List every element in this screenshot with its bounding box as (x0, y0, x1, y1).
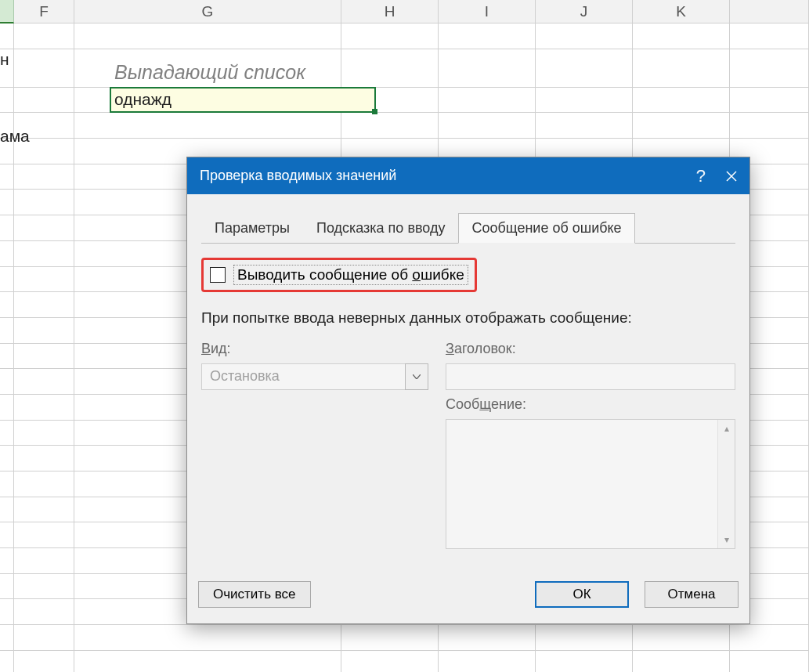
tab-parameters[interactable]: Параметры (201, 213, 303, 244)
grid-cell[interactable] (74, 651, 341, 672)
grid-cell[interactable] (0, 446, 14, 471)
ok-button[interactable]: ОК (535, 581, 629, 608)
column-header-g[interactable]: G (74, 0, 341, 23)
grid-cell[interactable] (633, 625, 730, 651)
grid-cell[interactable] (14, 49, 74, 88)
grid-cell[interactable] (439, 625, 536, 651)
grid-cell[interactable] (0, 318, 14, 344)
grid-cell[interactable] (341, 625, 439, 651)
grid-cell[interactable] (0, 471, 14, 497)
clear-all-button[interactable]: Очистить все (198, 581, 311, 608)
grid-cell[interactable] (536, 88, 633, 114)
grid-cell[interactable] (341, 23, 439, 49)
grid-cell[interactable] (0, 88, 14, 114)
tab-input-message[interactable]: Подсказка по вводу (303, 213, 458, 244)
grid-cell[interactable] (14, 267, 74, 293)
grid-cell[interactable] (14, 497, 74, 523)
grid-cell[interactable] (0, 267, 14, 293)
grid-cell[interactable] (0, 548, 14, 574)
grid-cell[interactable] (730, 49, 809, 88)
grid-cell[interactable] (14, 190, 74, 215)
grid-cell[interactable] (14, 88, 74, 114)
grid-cell[interactable] (439, 88, 536, 114)
grid-cell[interactable] (14, 625, 74, 651)
column-header-l-partial[interactable] (730, 0, 809, 23)
grid-cell[interactable] (0, 164, 14, 190)
grid-cell[interactable] (14, 292, 74, 318)
grid-cell[interactable] (0, 574, 14, 600)
grid-cell[interactable] (730, 113, 809, 139)
grid-cell[interactable] (439, 49, 536, 88)
grid-cell[interactable] (0, 292, 14, 318)
grid-cell[interactable] (633, 113, 730, 139)
grid-cell[interactable] (74, 625, 341, 651)
grid-cell[interactable] (14, 395, 74, 421)
grid-cell[interactable] (14, 369, 74, 395)
grid-cell[interactable] (439, 113, 536, 139)
grid-cell[interactable] (14, 164, 74, 190)
show-error-checkbox[interactable] (210, 267, 226, 283)
grid-cell[interactable] (633, 49, 730, 88)
grid-cell[interactable] (0, 599, 14, 625)
column-header-f[interactable]: F (14, 0, 74, 23)
column-header-j[interactable]: J (536, 0, 633, 23)
grid-cell[interactable] (74, 88, 341, 114)
grid-cell[interactable] (730, 625, 809, 651)
column-header-h[interactable]: H (341, 0, 439, 23)
grid-cell[interactable] (0, 241, 14, 267)
grid-cell[interactable] (14, 651, 74, 672)
grid-cell[interactable] (0, 395, 14, 421)
cancel-button[interactable]: Отмена (645, 581, 739, 608)
grid-cell[interactable] (730, 23, 809, 49)
grid-cell[interactable] (74, 23, 341, 49)
grid-cell[interactable] (14, 23, 74, 49)
grid-cell[interactable] (633, 88, 730, 114)
tab-error-alert[interactable]: Сообщение об ошибке (458, 213, 634, 244)
close-button[interactable] (713, 157, 749, 194)
grid-cell[interactable] (730, 651, 809, 672)
grid-cell[interactable] (439, 651, 536, 672)
grid-cell[interactable] (0, 625, 14, 651)
grid-cell[interactable] (0, 421, 14, 446)
grid-cell[interactable] (439, 23, 536, 49)
grid-cell[interactable] (14, 344, 74, 370)
grid-cell[interactable] (14, 574, 74, 600)
grid-cell[interactable] (14, 446, 74, 471)
grid-cell[interactable] (0, 23, 14, 49)
grid-cell[interactable] (536, 625, 633, 651)
grid-cell[interactable] (14, 548, 74, 574)
dialog-titlebar[interactable]: Проверка вводимых значений ? (187, 157, 749, 194)
help-button[interactable]: ? (688, 166, 713, 186)
grid-cell[interactable] (0, 190, 14, 215)
grid-cell[interactable] (536, 49, 633, 88)
grid-cell[interactable] (14, 421, 74, 446)
grid-cell[interactable] (0, 651, 14, 672)
column-header-k[interactable]: K (633, 0, 730, 23)
grid-cell[interactable] (536, 113, 633, 139)
grid-cell[interactable] (14, 522, 74, 548)
message-label: Сообщение: (446, 396, 735, 413)
grid-cell[interactable] (536, 23, 633, 49)
column-header-partial-e[interactable] (0, 0, 14, 23)
column-header-i[interactable]: I (439, 0, 536, 23)
grid-cell[interactable] (341, 113, 439, 139)
grid-cell[interactable] (14, 318, 74, 344)
grid-cell[interactable] (341, 651, 439, 672)
grid-cell[interactable] (633, 651, 730, 672)
grid-cell[interactable] (536, 651, 633, 672)
grid-cell[interactable] (730, 88, 809, 114)
grid-cell[interactable] (14, 599, 74, 625)
grid-cell[interactable] (341, 49, 439, 88)
grid-cell[interactable] (74, 113, 341, 139)
grid-cell[interactable] (341, 88, 439, 114)
grid-cell[interactable] (14, 471, 74, 497)
grid-cell[interactable] (0, 522, 14, 548)
grid-cell[interactable] (0, 369, 14, 395)
grid-cell[interactable] (14, 241, 74, 267)
grid-cell[interactable] (0, 497, 14, 523)
show-error-checkbox-label[interactable]: Выводить сообщение об ошибке (233, 265, 468, 285)
grid-cell[interactable] (0, 344, 14, 370)
grid-cell[interactable] (0, 215, 14, 241)
grid-cell[interactable] (14, 215, 74, 241)
grid-cell[interactable] (633, 23, 730, 49)
